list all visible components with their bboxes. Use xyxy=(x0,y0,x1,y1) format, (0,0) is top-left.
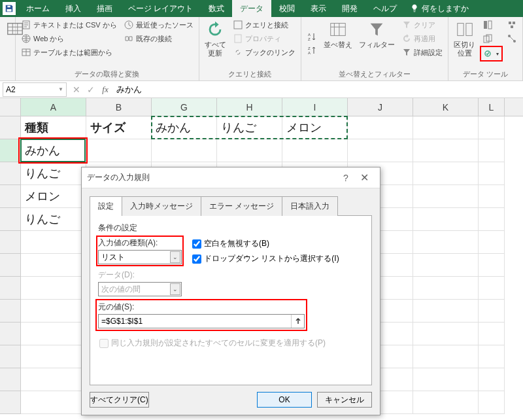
cell[interactable] xyxy=(21,254,86,277)
cell[interactable] xyxy=(413,391,479,414)
cell-G2[interactable] xyxy=(152,139,217,162)
cell-L4[interactable] xyxy=(479,185,505,208)
cell-K4[interactable] xyxy=(413,185,479,208)
cell-J1[interactable] xyxy=(348,116,413,139)
cell-A4[interactable]: メロン xyxy=(21,185,86,208)
cell[interactable] xyxy=(21,231,86,254)
cell[interactable] xyxy=(479,254,505,277)
refresh-all-button[interactable]: すべて 更新 xyxy=(202,18,229,68)
tab-pagelayout[interactable]: ページ レイアウト xyxy=(120,0,201,17)
name-box[interactable]: A2 ▼ xyxy=(3,82,67,97)
tab-developer[interactable]: 開発 xyxy=(334,0,365,17)
allow-select[interactable]: リスト ⌄ xyxy=(98,250,182,264)
data-validation-button[interactable]: ▾ xyxy=(481,47,501,60)
cell[interactable] xyxy=(479,323,505,345)
cell-A2[interactable]: みかん xyxy=(21,139,86,162)
row-header-12[interactable] xyxy=(0,368,21,391)
cell-H1[interactable]: りんご xyxy=(217,116,282,139)
cell[interactable] xyxy=(21,391,86,414)
clear-filter-button[interactable]: クリア xyxy=(399,18,445,31)
dialog-close-button[interactable]: ✕ xyxy=(354,171,375,184)
tell-me-search[interactable]: 何をしますか xyxy=(410,3,469,14)
recent-sources-button[interactable]: 最近使ったソース xyxy=(121,18,196,31)
cell-K5[interactable] xyxy=(413,208,479,231)
tab-data[interactable]: データ xyxy=(232,0,271,17)
dialog-tab-settings[interactable]: 設定 xyxy=(90,196,122,216)
cell-L1[interactable] xyxy=(479,116,505,139)
col-header-K[interactable]: K xyxy=(413,98,479,116)
dialog-tab-input-message[interactable]: 入力時メッセージ xyxy=(122,196,201,216)
properties-button[interactable]: プロパティ xyxy=(230,32,298,45)
from-text-csv-button[interactable]: テキストまたは CSV から xyxy=(18,18,120,31)
col-header-I[interactable]: I xyxy=(282,98,348,116)
cell[interactable] xyxy=(479,300,505,323)
col-header-G[interactable]: G xyxy=(152,98,217,116)
sort-button[interactable]: 並べ替え xyxy=(321,18,355,68)
cell-J2[interactable] xyxy=(348,139,413,162)
tab-home[interactable]: ホーム xyxy=(18,0,58,17)
cell-L5[interactable] xyxy=(479,208,505,231)
cell[interactable] xyxy=(21,300,86,323)
dialog-help-button[interactable]: ? xyxy=(338,173,354,183)
sort-az-button[interactable]: AZ xyxy=(304,30,320,43)
row-header-5[interactable] xyxy=(0,208,21,231)
sort-za-button[interactable]: ZA xyxy=(304,44,320,57)
from-web-button[interactable]: Web から xyxy=(18,32,120,45)
row-header-9[interactable] xyxy=(0,300,21,323)
cell[interactable] xyxy=(413,300,479,323)
tab-insert[interactable]: 挿入 xyxy=(58,0,89,17)
cell-A5[interactable]: りんご xyxy=(21,208,86,231)
cell[interactable] xyxy=(21,345,86,368)
formula-enter-button[interactable]: ✓ xyxy=(84,84,98,95)
cell-K1[interactable] xyxy=(413,116,479,139)
tab-review[interactable]: 校閲 xyxy=(271,0,303,17)
cell[interactable] xyxy=(413,277,479,300)
formula-cancel-button[interactable]: ✕ xyxy=(69,84,84,95)
col-header-A[interactable]: A xyxy=(21,98,86,116)
col-header-B[interactable]: B xyxy=(86,98,152,116)
cell-K2[interactable] xyxy=(413,139,479,162)
row-header-2[interactable] xyxy=(0,139,21,162)
insert-function-button[interactable]: fx xyxy=(98,84,112,95)
save-icon[interactable] xyxy=(3,2,16,15)
from-table-range-button[interactable]: テーブルまたは範囲から xyxy=(18,46,120,59)
cell[interactable] xyxy=(479,277,505,300)
row-header-6[interactable] xyxy=(0,231,21,254)
cell[interactable] xyxy=(21,368,86,391)
row-header-3[interactable] xyxy=(0,162,21,185)
tab-draw[interactable]: 描画 xyxy=(89,0,120,17)
remove-duplicates-button[interactable] xyxy=(480,32,503,45)
edit-links-button[interactable]: ブックのリンク xyxy=(230,46,298,59)
cell-L2[interactable] xyxy=(479,139,505,162)
cell-I2[interactable] xyxy=(282,139,348,162)
cell[interactable] xyxy=(413,231,479,254)
cell-G1[interactable]: みかん xyxy=(152,116,217,139)
consolidate-button[interactable] xyxy=(504,18,520,31)
row-header-10[interactable] xyxy=(0,323,21,345)
advanced-filter-button[interactable]: 詳細設定 xyxy=(399,46,445,59)
tab-view[interactable]: 表示 xyxy=(303,0,334,17)
cell[interactable] xyxy=(413,323,479,345)
col-header-H[interactable]: H xyxy=(217,98,282,116)
cell[interactable] xyxy=(479,391,505,414)
cell[interactable] xyxy=(479,231,505,254)
existing-connections-button[interactable]: 既存の接続 xyxy=(121,32,196,45)
cell-A3[interactable]: りんご xyxy=(21,162,86,185)
col-header-L[interactable]: L xyxy=(479,98,505,116)
clear-all-button[interactable]: すべてクリア(C) xyxy=(90,392,149,408)
row-header-11[interactable] xyxy=(0,345,21,368)
cell[interactable] xyxy=(21,277,86,300)
row-header-1[interactable] xyxy=(0,116,21,139)
formula-input[interactable] xyxy=(112,84,523,94)
relationships-button[interactable] xyxy=(504,32,520,45)
row-header-4[interactable] xyxy=(0,185,21,208)
text-to-columns-button[interactable]: 区切り位置 xyxy=(451,18,479,68)
cell[interactable] xyxy=(21,323,86,345)
cell-A1[interactable]: 種類 xyxy=(21,116,86,139)
cell[interactable] xyxy=(413,254,479,277)
cell[interactable] xyxy=(479,345,505,368)
cell[interactable] xyxy=(413,345,479,368)
cell-H2[interactable] xyxy=(217,139,282,162)
source-input[interactable] xyxy=(99,317,291,326)
col-header-J[interactable]: J xyxy=(348,98,413,116)
